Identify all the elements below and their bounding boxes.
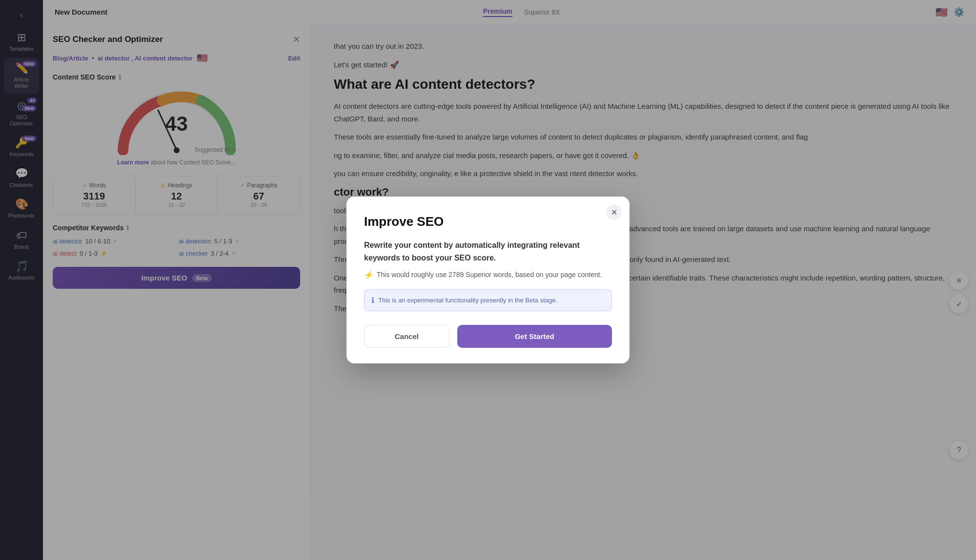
modal-info-text: This would roughly use 2789 Superior wor… [377,271,602,279]
modal-description: Rewrite your content by automatically in… [364,239,612,264]
modal-close-icon: ✕ [611,208,617,217]
modal-close-button[interactable]: ✕ [606,204,622,220]
modal-desc-bold: Rewrite your content by automatically in… [364,241,580,262]
lightning-icon: ⚡ [364,270,374,280]
improve-seo-modal: ✕ Improve SEO Rewrite your content by au… [346,197,630,363]
modal-actions: Cancel Get Started [364,325,612,348]
beta-notice-text: This is an experimental functionality pr… [378,297,557,304]
modal-beta-notice: ℹ This is an experimental functionality … [364,289,612,311]
modal-info: ⚡ This would roughly use 2789 Superior w… [364,270,612,280]
modal-start-button[interactable]: Get Started [457,325,612,348]
beta-info-icon: ℹ [371,296,374,305]
modal-cancel-button[interactable]: Cancel [364,325,449,348]
modal-overlay[interactable]: ✕ Improve SEO Rewrite your content by au… [0,0,976,560]
modal-title: Improve SEO [364,214,612,229]
